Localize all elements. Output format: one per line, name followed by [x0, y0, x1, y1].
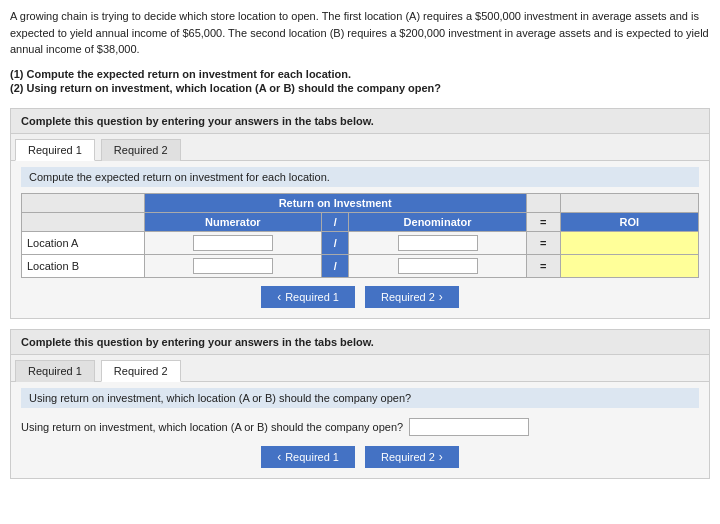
next-arrow-icon: ›: [439, 290, 443, 304]
section2-answer-row: Using return on investment, which locati…: [21, 414, 699, 438]
intro-section: A growing chain is trying to decide whic…: [10, 8, 710, 94]
location-a-denominator-input[interactable]: [398, 235, 478, 251]
table-row: Location B / =: [22, 254, 699, 277]
section2-header: Complete this question by entering your …: [11, 330, 709, 355]
section2-box: Complete this question by entering your …: [10, 329, 710, 479]
section2-subheader: Using return on investment, which locati…: [21, 388, 699, 408]
section1-content: Compute the expected return on investmen…: [11, 161, 709, 318]
section1-next-label: Required 2: [381, 291, 435, 303]
location-a-denominator-cell[interactable]: [349, 231, 526, 254]
slash-b: /: [321, 254, 348, 277]
roi-table: Return on Investment Numerator / Denomin…: [21, 193, 699, 278]
location-b-label: Location B: [22, 254, 145, 277]
section2-prev-button[interactable]: ‹ Required 1: [261, 446, 355, 468]
location-b-numerator-input[interactable]: [193, 258, 273, 274]
section2-nav: ‹ Required 1 Required 2 ›: [21, 438, 699, 472]
section1-nav: ‹ Required 1 Required 2 ›: [21, 278, 699, 312]
tab-required1-s1[interactable]: Required 1: [15, 139, 95, 161]
slash-a: /: [321, 231, 348, 254]
next-arrow-icon2: ›: [439, 450, 443, 464]
section2-next-label: Required 2: [381, 451, 435, 463]
section2-next-button[interactable]: Required 2 ›: [365, 446, 459, 468]
tab-required1-s2[interactable]: Required 1: [15, 360, 95, 382]
col-slash-header: /: [321, 212, 348, 231]
equals-b: =: [526, 254, 560, 277]
tab-required2-s1[interactable]: Required 2: [101, 139, 181, 161]
section1-box: Complete this question by entering your …: [10, 108, 710, 319]
location-a-roi-cell[interactable]: [560, 231, 698, 254]
location-b-roi-input[interactable]: [599, 260, 659, 272]
section1-prev-button[interactable]: ‹ Required 1: [261, 286, 355, 308]
location-b-denominator-cell[interactable]: [349, 254, 526, 277]
col-header-roi: Return on Investment: [144, 193, 526, 212]
intro-paragraph: A growing chain is trying to decide whic…: [10, 8, 710, 58]
table-row: Location A / =: [22, 231, 699, 254]
tab-required2-s2[interactable]: Required 2: [101, 360, 181, 382]
equals-a: =: [526, 231, 560, 254]
location-a-label: Location A: [22, 231, 145, 254]
location-a-numerator-input[interactable]: [193, 235, 273, 251]
section2-question-label: Using return on investment, which locati…: [21, 421, 403, 433]
col-roi-header: ROI: [560, 212, 698, 231]
section1-tabs: Required 1 Required 2: [11, 134, 709, 161]
location-a-roi-input[interactable]: [599, 237, 659, 249]
section1-next-button[interactable]: Required 2 ›: [365, 286, 459, 308]
section1-subheader: Compute the expected return on investmen…: [21, 167, 699, 187]
location-b-numerator-cell[interactable]: [144, 254, 321, 277]
prev-arrow-icon: ‹: [277, 290, 281, 304]
section2-answer-input[interactable]: [409, 418, 529, 436]
location-a-numerator-cell[interactable]: [144, 231, 321, 254]
section1-header: Complete this question by entering your …: [11, 109, 709, 134]
location-b-denominator-input[interactable]: [398, 258, 478, 274]
prev-arrow-icon2: ‹: [277, 450, 281, 464]
location-b-roi-cell[interactable]: [560, 254, 698, 277]
col-numerator-header: Numerator: [144, 212, 321, 231]
col-equals-header: =: [526, 212, 560, 231]
section2-prev-label: Required 1: [285, 451, 339, 463]
col-denominator-header: Denominator: [349, 212, 526, 231]
section1-prev-label: Required 1: [285, 291, 339, 303]
section2-tabs: Required 1 Required 2: [11, 355, 709, 382]
section2-content: Using return on investment, which locati…: [11, 382, 709, 478]
intro-item2: (2) Using return on investment, which lo…: [10, 82, 710, 94]
intro-item1: (1) Compute the expected return on inves…: [10, 68, 710, 80]
